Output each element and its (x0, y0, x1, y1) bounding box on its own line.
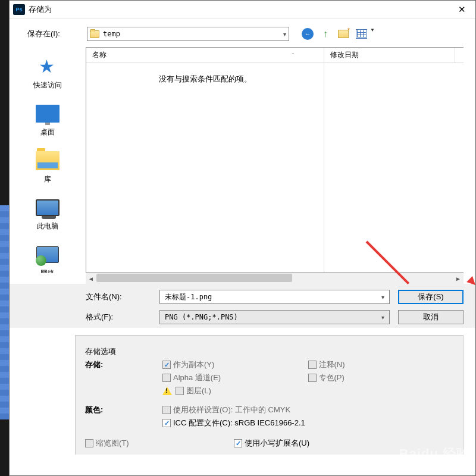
color-options: 颜色: 使用校样设置(O): 工作中的 CMYK ✓ICC 配置文件(C): s… (76, 396, 463, 434)
format-label: 格式(F): (86, 312, 151, 322)
checkbox-label: ICC 配置文件(C): sRGB IEC61966-2.1 (173, 418, 305, 428)
place-quick-access[interactable]: ★ 快速访问 (10, 52, 86, 99)
sort-arrow-icon: ˆ (292, 52, 294, 58)
checkbox-icc[interactable]: ✓ICC 配置文件(C): sRGB IEC61966-2.1 (162, 418, 453, 428)
quick-access-icon: ★ (35, 55, 60, 78)
place-label: 库 (44, 174, 51, 184)
location-value: temp (103, 30, 283, 38)
save-as-dialog: Ps 存储为 ✕ 保存在(I): temp ▾ ← ↑ ▼ ★ (9, 0, 476, 476)
checkbox-icon: ✓ (162, 361, 171, 369)
places-sidebar: ★ 快速访问 桌面 库 此电脑 网络 (10, 47, 86, 273)
column-name[interactable]: 名称ˆ (86, 48, 324, 62)
place-desktop[interactable]: 桌面 (10, 99, 86, 146)
scroll-left-icon[interactable]: ◄ (86, 273, 96, 284)
checkbox-lowercase[interactable]: ✓使用小写扩展名(U) (234, 438, 309, 449)
place-this-pc[interactable]: 此电脑 (10, 193, 86, 240)
checkbox-alpha: Alpha 通道(E) (162, 372, 308, 383)
save-options-panel: 存储选项 存储: ✓作为副本(Y) 注释(N) Alpha 通道(E) 专色(P… (75, 335, 464, 455)
checkbox-icon (308, 374, 317, 382)
dialog-title: 存储为 (29, 4, 449, 15)
chevron-down-icon: ▾ (283, 31, 286, 37)
location-combo[interactable]: temp ▾ (87, 27, 289, 41)
checkbox-icon (176, 387, 184, 395)
format-combo[interactable]: PNG (*.PNG;*.PNS) ▾ (159, 310, 390, 324)
checkbox-notes: 注释(N) (308, 359, 454, 370)
checkbox-label: 注释(N) (319, 359, 345, 370)
horizontal-scrollbar[interactable]: ◄ ► (86, 273, 464, 284)
checkbox-label: 缩览图(T) (96, 438, 129, 449)
checkbox-icon (85, 439, 93, 447)
checkbox-layers: 图层(L) (162, 386, 308, 396)
file-list-left (86, 63, 324, 273)
chevron-down-icon: ▾ (381, 294, 384, 300)
view-button[interactable] (355, 27, 368, 40)
checkbox-spot: 专色(P) (308, 372, 454, 383)
up-button[interactable]: ↑ (319, 27, 332, 40)
checkbox-label: 使用校样设置(O): 工作中的 CMYK (173, 405, 290, 415)
empty-message: 没有与搜索条件匹配的项。 (86, 63, 324, 84)
checkbox-icon: ✓ (234, 439, 242, 447)
watermark-url: jingyan.baidu.com (399, 463, 470, 471)
storage-label: 存储: (85, 359, 162, 370)
desktop-icon (35, 102, 60, 125)
nav-icons: ← ↑ ▼ (301, 27, 375, 40)
titlebar: Ps 存储为 ✕ (10, 1, 475, 18)
location-row: 保存在(I): temp ▾ ← ↑ ▼ (10, 18, 475, 47)
pc-icon (35, 196, 60, 219)
checkbox-label: Alpha 通道(E) (173, 372, 221, 383)
app-side-strip (0, 205, 9, 419)
color-label: 颜色: (85, 405, 162, 415)
place-label: 快速访问 (33, 80, 62, 90)
file-list-right (324, 63, 464, 273)
file-list-header: 名称ˆ 修改日期 (86, 48, 464, 63)
column-date-label: 修改日期 (330, 50, 359, 60)
checkbox-thumbnail: 缩览图(T) (85, 438, 234, 449)
back-button[interactable]: ← (301, 27, 314, 40)
column-last[interactable] (455, 48, 464, 62)
checkbox-as-copy: ✓作为副本(Y) (162, 359, 308, 370)
scroll-thumb[interactable] (96, 274, 292, 282)
checkbox-label: 使用小写扩展名(U) (245, 438, 309, 449)
view-icon (356, 29, 367, 39)
watermark-brand: Baidu 经验 (399, 446, 470, 463)
place-label: 网络 (40, 268, 55, 273)
upper-section: 保存在(I): temp ▾ ← ↑ ▼ ★ 快速访问 (10, 18, 475, 455)
storage-options: 存储: ✓作为副本(Y) 注释(N) Alpha 通道(E) 专色(P) 图层(… (76, 359, 463, 396)
place-label: 桌面 (40, 127, 55, 137)
checkbox-icon (162, 374, 171, 382)
new-folder-icon (338, 30, 349, 38)
filename-section: 文件名(N): 未标题-1.png ▾ 保存(S) 格式(F): PNG (*.… (10, 284, 475, 328)
file-list-area: 名称ˆ 修改日期 没有与搜索条件匹配的项。 (86, 47, 464, 273)
checkbox-label: 专色(P) (319, 372, 345, 383)
scroll-right-icon[interactable]: ► (453, 273, 464, 284)
checkbox-proof: 使用校样设置(O): 工作中的 CMYK (162, 405, 453, 415)
place-library[interactable]: 库 (10, 146, 86, 193)
location-label: 保存在(I): (27, 29, 81, 39)
place-network[interactable]: 网络 (10, 240, 86, 273)
warning-icon (162, 387, 172, 395)
cancel-button[interactable]: 取消 (398, 310, 464, 324)
new-folder-button[interactable] (337, 27, 350, 40)
column-name-label: 名称 (92, 50, 107, 60)
checkbox-label: 作为副本(Y) (173, 359, 214, 370)
view-dropdown-icon[interactable]: ▼ (370, 27, 375, 40)
network-icon (35, 243, 60, 266)
folder-icon (90, 30, 99, 38)
filename-combo[interactable]: 未标题-1.png ▾ (159, 290, 390, 304)
checkbox-icon: ✓ (162, 419, 171, 427)
checkbox-icon (162, 406, 171, 414)
filename-label: 文件名(N): (86, 292, 151, 302)
checkbox-icon (308, 361, 317, 369)
body-area: ★ 快速访问 桌面 库 此电脑 网络 (10, 47, 475, 273)
column-date[interactable]: 修改日期 (324, 48, 455, 62)
filename-value: 未标题-1.png (165, 292, 381, 302)
chevron-down-icon: ▾ (381, 314, 384, 321)
save-button[interactable]: 保存(S) (398, 290, 464, 304)
close-button[interactable]: ✕ (449, 1, 475, 18)
checkbox-label: 图层(L) (186, 386, 211, 396)
format-value: PNG (*.PNG;*.PNS) (165, 313, 381, 321)
library-icon (35, 149, 60, 172)
options-heading: 存储选项 (76, 346, 463, 359)
scroll-track[interactable] (96, 273, 453, 284)
photoshop-icon: Ps (13, 4, 25, 15)
